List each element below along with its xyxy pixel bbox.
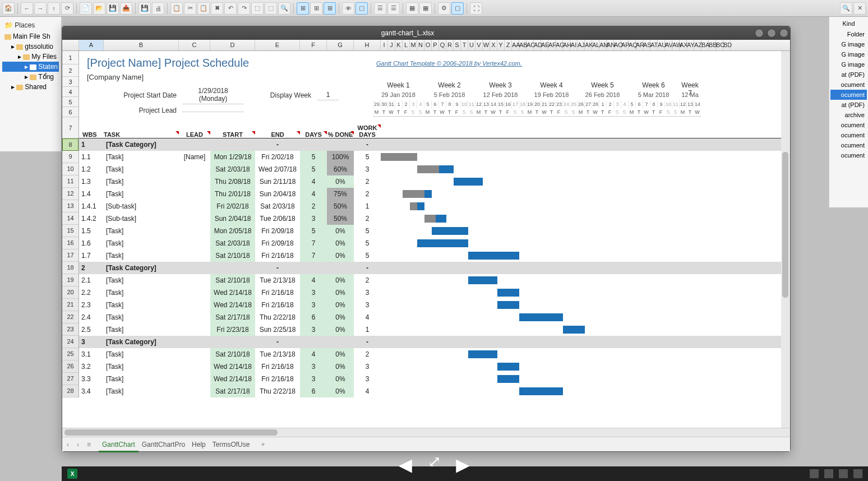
gantt-bar[interactable] [403, 190, 432, 198]
grid3-icon[interactable]: ⊞ [324, 2, 336, 15]
col-header[interactable]: AV [665, 40, 672, 50]
kind-item[interactable]: ocument [830, 120, 867, 130]
tree-item[interactable]: ▸ Tổng [2, 72, 59, 82]
grid2-icon[interactable]: ⊞ [310, 2, 322, 15]
gantt-bar[interactable] [417, 239, 468, 247]
sheet-tab[interactable]: TermsOfUse [209, 438, 253, 451]
col-header[interactable]: F [300, 40, 327, 50]
fwd-icon[interactable]: → [34, 2, 47, 15]
category-row[interactable]: 3[Task Category]-- [79, 336, 790, 348]
cut-icon[interactable]: ✂ [184, 2, 196, 15]
col-header[interactable]: AK [585, 40, 592, 50]
up-icon[interactable]: ↑ [48, 2, 60, 15]
task-row[interactable]: 1.1[Task][Name]Mon 1/29/18Fri 2/02/18510… [79, 151, 790, 163]
row-number[interactable]: 8 [62, 138, 79, 151]
row-number[interactable]: 14 [62, 212, 79, 225]
tab-next-icon[interactable]: › [77, 441, 79, 448]
gantt-bar[interactable] [410, 202, 424, 210]
template-credit[interactable]: Gantt Chart Template © 2006-2018 by Vert… [376, 60, 522, 67]
col-header[interactable]: AC [527, 40, 534, 50]
next-arrow-icon[interactable]: ► [452, 452, 474, 478]
gantt-bar[interactable] [497, 301, 519, 309]
col-header[interactable]: AW [672, 40, 680, 50]
delete-icon[interactable]: ✖ [211, 2, 223, 15]
task-row[interactable]: 2.5[Task]Fri 2/23/18Sun 2/25/1830%1 [79, 323, 790, 336]
col-header[interactable]: AZ [694, 40, 701, 50]
gantt-bar[interactable] [497, 375, 519, 383]
task-row[interactable]: 2.4[Task]Sat 2/17/18Thu 2/22/1860%4 [79, 311, 790, 323]
display-week-value[interactable]: 1 [317, 90, 339, 100]
minimize-button[interactable] [755, 29, 764, 38]
col-header[interactable]: AT [650, 40, 658, 50]
back-icon[interactable]: ← [21, 2, 33, 15]
task-row[interactable]: 2.3[Task]Wed 2/14/18Fri 2/16/1830%3 [79, 299, 790, 311]
col-header[interactable]: AL [592, 40, 599, 50]
col-header[interactable]: AX [680, 40, 687, 50]
task-row[interactable]: 3.3[Task]Wed 2/14/18Fri 2/16/1830%3 [79, 373, 790, 385]
col-header[interactable]: K [395, 40, 403, 50]
row-number[interactable]: 9 [62, 151, 79, 163]
col-header[interactable]: A [79, 40, 104, 50]
category-row[interactable]: 2[Task Category]-- [79, 262, 790, 274]
col-header[interactable]: BB [709, 40, 716, 50]
gantt-bar[interactable] [468, 252, 519, 260]
kind-item[interactable]: ocument [830, 140, 867, 150]
kind-item[interactable]: Folder [830, 29, 867, 39]
row-number[interactable]: 21 [62, 299, 79, 311]
gantt-bar[interactable] [468, 276, 497, 284]
row-number[interactable]: 27 [62, 373, 79, 385]
gantt-bar[interactable] [519, 313, 563, 321]
align1-icon[interactable]: ☰ [374, 2, 386, 15]
zoom-icon[interactable]: 🔍 [278, 2, 290, 15]
col-header[interactable]: Y [497, 40, 505, 50]
fullscreen-icon[interactable]: ⛶ [470, 2, 482, 15]
col-header[interactable]: AM [599, 40, 607, 50]
select-all-corner[interactable] [62, 40, 79, 50]
tree-item[interactable]: ▸ Shared [2, 82, 59, 92]
col-header[interactable]: AP [621, 40, 629, 50]
kind-item[interactable]: archive [830, 110, 867, 120]
col-header[interactable]: AQ [629, 40, 636, 50]
task-row[interactable]: 1.4.1[Sub-task]Fri 2/02/18Sat 2/03/18250… [79, 200, 790, 212]
redo-icon[interactable]: ↷ [238, 2, 250, 15]
row-number[interactable]: 7 [62, 117, 79, 138]
row-number[interactable]: 6 [62, 107, 79, 117]
export-icon[interactable]: 📤 [120, 2, 132, 15]
tab-add-icon[interactable]: + [261, 441, 265, 448]
statusbar-icon-4[interactable] [853, 469, 862, 478]
task-row[interactable]: 3.4[Task]Sat 2/17/18Thu 2/22/1860%4 [79, 385, 790, 397]
row-number[interactable]: 24 [62, 336, 79, 348]
col-header[interactable]: T [461, 40, 468, 50]
col-header[interactable]: D [210, 40, 255, 50]
col-header[interactable]: I [381, 40, 388, 50]
col-header[interactable]: X [490, 40, 497, 50]
gantt-bar[interactable] [563, 326, 585, 334]
col-header[interactable]: Z [505, 40, 512, 50]
home-icon[interactable]: 🏠 [2, 2, 15, 15]
col-header[interactable]: AI [570, 40, 578, 50]
prev-arrow-icon[interactable]: ◄ [394, 452, 417, 478]
panel-icon[interactable]: ▢ [355, 2, 368, 15]
row-number[interactable]: 28 [62, 385, 79, 397]
col-header[interactable]: B [104, 40, 179, 50]
col-header[interactable]: C [179, 40, 210, 50]
gantt-bar[interactable] [519, 387, 563, 395]
tree-item[interactable]: ▸ My Files [2, 52, 59, 62]
tree-item[interactable]: ▸ gtssolutio [2, 41, 59, 52]
col-header[interactable]: AJ [578, 40, 585, 50]
gantt-bar[interactable] [417, 165, 454, 173]
row-number[interactable]: 15 [62, 225, 79, 237]
excel-icon[interactable]: X [67, 469, 77, 479]
gantt-bar[interactable] [468, 350, 497, 358]
category-row[interactable]: 1[Task Category]-- [79, 138, 790, 151]
row-number[interactable]: 20 [62, 286, 79, 299]
kind-item[interactable]: ocument [830, 80, 867, 90]
grid-area[interactable]: 1234567891011121314151617181920212223242… [62, 51, 790, 428]
task-row[interactable]: 1.4[Task]Thu 2/01/18Sun 2/04/18475%2 [79, 188, 790, 200]
reload-icon[interactable]: ⟳ [61, 2, 73, 15]
tree-item[interactable]: Main File Sh [2, 31, 59, 41]
col-header[interactable]: AD [534, 40, 541, 50]
undo-icon[interactable]: ↶ [224, 2, 237, 15]
col-header[interactable]: Q [439, 40, 446, 50]
col-header[interactable]: W [483, 40, 490, 50]
